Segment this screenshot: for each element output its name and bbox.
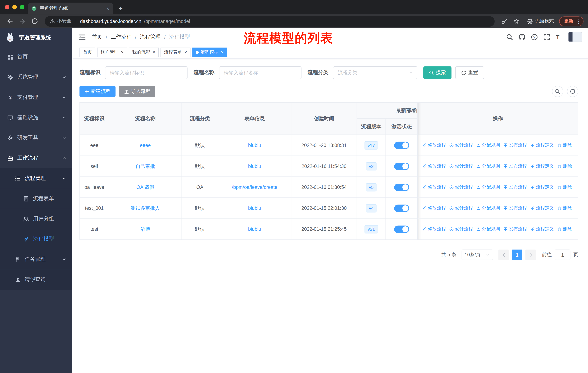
form-info-link[interactable]: biubiu <box>248 142 261 148</box>
tag-home[interactable]: 首页 <box>79 47 95 57</box>
row-action-delete[interactable]: 删除 <box>557 226 572 232</box>
sidebar-item-leave-query[interactable]: 请假查询 <box>0 269 72 290</box>
toggle-search-button[interactable] <box>552 86 563 97</box>
row-action-modify[interactable]: 修改流程 <box>422 184 446 190</box>
next-page-button[interactable] <box>525 250 536 260</box>
avatar[interactable] <box>568 32 582 42</box>
goto-page-input[interactable] <box>555 250 570 260</box>
form-info-link[interactable]: /bpm/oa/leave/create <box>232 184 277 190</box>
reset-button[interactable]: 重置 <box>455 66 484 79</box>
sidebar-item-system[interactable]: 系统管理 <box>0 67 72 87</box>
form-info-link[interactable]: biubiu <box>248 205 261 211</box>
row-action-assign-rule[interactable]: 分配规则 <box>476 226 500 232</box>
close-icon[interactable]: × <box>184 50 187 55</box>
sidebar-item-process-form[interactable]: 流程表单 <box>0 189 72 209</box>
page-size-select[interactable]: 10条/页 <box>462 250 493 260</box>
prev-page-button[interactable] <box>498 250 509 260</box>
sidebar-item-infra[interactable]: 基础设施 <box>0 107 72 128</box>
row-action-modify[interactable]: 修改流程 <box>422 226 446 232</box>
active-toggle[interactable] <box>394 162 409 170</box>
filter-key-input[interactable] <box>105 66 188 79</box>
process-name-link[interactable]: 滔博 <box>140 226 150 232</box>
row-action-delete[interactable]: 删除 <box>557 163 572 169</box>
row-action-publish[interactable]: 发布流程 <box>503 205 527 211</box>
row-action-assign-rule[interactable]: 分配规则 <box>476 184 500 190</box>
sidebar-item-task-management[interactable]: 任务管理 <box>0 249 72 269</box>
minimize-window-button[interactable] <box>12 5 17 10</box>
close-icon[interactable]: × <box>121 50 124 55</box>
row-action-modify[interactable]: 修改流程 <box>422 205 446 211</box>
refresh-table-button[interactable] <box>567 86 578 97</box>
row-action-design[interactable]: 设计流程 <box>449 184 473 190</box>
reload-icon[interactable] <box>32 18 38 24</box>
filter-name-input[interactable] <box>219 66 302 79</box>
sidebar-item-user-group[interactable]: 用户分组 <box>0 209 72 229</box>
version-tag[interactable]: v2 <box>366 162 377 170</box>
search-icon[interactable] <box>506 33 513 40</box>
kebab-menu-icon[interactable]: ⋮ <box>576 18 582 24</box>
row-action-design[interactable]: 设计流程 <box>449 142 473 148</box>
github-icon[interactable] <box>519 33 525 40</box>
row-action-definition[interactable]: 流程定义 <box>530 226 554 232</box>
process-name-link[interactable]: 自己审批 <box>136 163 155 170</box>
new-tab-button[interactable]: + <box>118 5 123 12</box>
row-action-assign-rule[interactable]: 分配规则 <box>476 163 500 169</box>
tag-my-process[interactable]: 我的流程× <box>129 47 159 57</box>
breadcrumb-item[interactable]: 工作流程 <box>111 33 132 40</box>
update-button[interactable]: 更新 ⋮ <box>559 16 584 26</box>
close-icon[interactable]: × <box>153 50 156 55</box>
active-toggle[interactable] <box>394 225 409 233</box>
close-window-button[interactable] <box>5 5 10 10</box>
tag-process-form[interactable]: 流程表单× <box>161 47 190 57</box>
url-bar[interactable]: 不安全 dashboard.yudao.iocoder.cn/bpm/manag… <box>45 16 495 26</box>
row-action-assign-rule[interactable]: 分配规则 <box>476 205 500 211</box>
row-action-design[interactable]: 设计流程 <box>449 163 473 169</box>
version-tag[interactable]: v17 <box>365 141 378 149</box>
key-icon[interactable] <box>501 18 507 24</box>
version-tag[interactable]: v5 <box>366 183 377 191</box>
row-action-design[interactable]: 设计流程 <box>449 226 473 232</box>
back-icon[interactable] <box>7 18 13 24</box>
tag-process-model[interactable]: 流程模型× <box>192 47 227 57</box>
zoom-window-button[interactable] <box>20 5 24 10</box>
sidebar-item-workflow[interactable]: 工作流程 <box>0 148 72 168</box>
row-action-definition[interactable]: 流程定义 <box>530 163 554 169</box>
sidebar-item-devtools[interactable]: 研发工具 <box>0 128 72 148</box>
row-action-definition[interactable]: 流程定义 <box>530 142 554 148</box>
sidebar-item-process-model[interactable]: 流程模型 <box>0 229 72 249</box>
row-action-publish[interactable]: 发布流程 <box>503 163 527 169</box>
sidebar-item-payment[interactable]: ¥支付管理 <box>0 87 72 107</box>
tag-tenant[interactable]: 租户管理× <box>97 47 127 57</box>
app-logo[interactable]: 芋道管理系统 <box>0 28 72 47</box>
form-info-link[interactable]: biubiu <box>248 226 261 232</box>
version-tag[interactable]: v21 <box>365 225 378 233</box>
close-icon[interactable]: × <box>221 50 224 55</box>
row-action-assign-rule[interactable]: 分配规则 <box>476 142 500 148</box>
version-tag[interactable]: v4 <box>366 204 377 212</box>
filter-category-select[interactable]: 流程分类 <box>333 66 417 79</box>
row-action-modify[interactable]: 修改流程 <box>422 142 446 148</box>
row-action-publish[interactable]: 发布流程 <box>503 226 527 232</box>
active-toggle[interactable] <box>394 183 409 191</box>
breadcrumb-item[interactable]: 流程管理 <box>140 33 161 40</box>
page-1-button[interactable]: 1 <box>512 250 522 260</box>
close-tab-icon[interactable]: × <box>106 5 110 12</box>
menu-fold-icon[interactable] <box>78 33 86 40</box>
row-action-delete[interactable]: 删除 <box>557 142 572 148</box>
row-action-modify[interactable]: 修改流程 <box>422 163 446 169</box>
process-name-link[interactable]: OA 请假 <box>136 184 154 191</box>
forward-icon[interactable] <box>19 18 26 24</box>
active-toggle[interactable] <box>394 141 409 149</box>
row-action-definition[interactable]: 流程定义 <box>530 205 554 211</box>
import-process-button[interactable]: 导入流程 <box>119 86 155 97</box>
help-icon[interactable]: ? <box>531 33 538 40</box>
sidebar-item-home[interactable]: 首页 <box>0 47 72 67</box>
search-button[interactable]: 搜索 <box>423 66 452 79</box>
browser-tab[interactable]: 芋道管理系统 × <box>28 2 113 14</box>
row-action-publish[interactable]: 发布流程 <box>503 142 527 148</box>
row-action-delete[interactable]: 删除 <box>557 184 572 190</box>
fullscreen-icon[interactable] <box>543 33 550 40</box>
row-action-definition[interactable]: 流程定义 <box>530 184 554 190</box>
create-process-button[interactable]: 新建流程 <box>79 86 116 97</box>
form-info-link[interactable]: biubiu <box>248 163 261 169</box>
